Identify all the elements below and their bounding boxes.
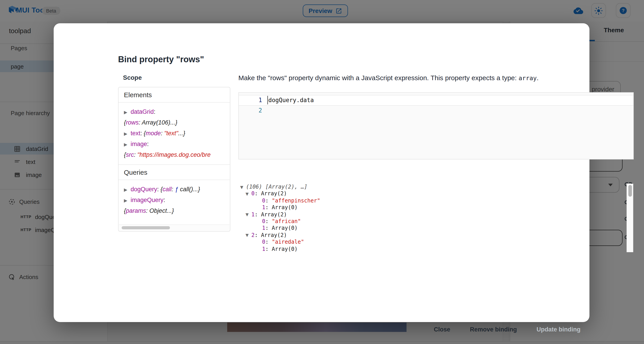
tree-row[interactable]: ▼0: Array(2) (240, 191, 626, 198)
expand-arrow-icon[interactable]: ▶ (124, 107, 130, 117)
tree-text-segment: Array(106)...} (142, 119, 177, 126)
tree-text-segment: : (164, 197, 165, 203)
tree-text-segment: : (172, 186, 175, 193)
tree-text-segment: src (126, 151, 134, 158)
tree-row[interactable]: 1: Array(0) (240, 225, 626, 232)
expand-arrow-icon[interactable]: ▶ (124, 139, 130, 150)
tree-text-segment: "affenpinscher" (272, 198, 320, 204)
tree-text-segment: dataGrid (130, 108, 154, 115)
tree-text-segment: { (144, 130, 146, 137)
description-period: . (537, 74, 538, 82)
editor-line-2[interactable]: 2 (239, 106, 633, 116)
tree-row[interactable]: 1: Array(0) (240, 204, 626, 211)
tree-text-segment: 1 (251, 211, 254, 218)
tree-text-segment: : Array(2) (254, 191, 287, 197)
scope-explorer: Elements ▶dataGrid:{rows: Array(106)...}… (118, 87, 230, 232)
expand-arrow-icon[interactable]: ▼ (246, 232, 251, 239)
scope-element-row[interactable]: ▶dataGrid: (124, 107, 230, 117)
update-binding-button[interactable]: Update binding (537, 326, 581, 333)
tree-text-segment: : Array(0) (265, 225, 298, 231)
tree-text-segment: params (126, 207, 146, 214)
remove-binding-button[interactable]: Remove binding (470, 326, 517, 333)
expand-arrow-icon[interactable]: ▼ (240, 184, 246, 191)
line-number: 1 (239, 95, 268, 105)
dialog-title: Bind property "rows" (118, 55, 204, 65)
screen: MUI Toolpad Beta Preview ? toolpad Pages (0, 0, 644, 344)
tree-text-segment: "https://images.dog.ceo/bre (137, 151, 211, 158)
tree-text-segment: ...} (178, 130, 185, 137)
tree-text-segment: dogQuery (130, 186, 157, 193)
tree-text-segment: 1 (262, 246, 265, 252)
tree-text-segment: { (124, 151, 126, 158)
tree-text-segment: (106) [Array(2), …] (246, 184, 308, 190)
evaluation-preview-tree: ▼(106) [Array(2), …]▼0: Array(2)0: "affe… (240, 184, 626, 252)
tree-text-segment: mode (146, 130, 161, 137)
tree-text-segment: : (161, 130, 164, 137)
tree-text-segment: : Array(0) (265, 204, 298, 211)
js-expression-editor[interactable]: 1 dogQuery.data 2 (238, 92, 634, 159)
expand-arrow-icon[interactable]: ▶ (124, 184, 130, 195)
scope-query-row[interactable]: ▶imageQuery: (124, 195, 230, 206)
tree-text-segment: : (139, 119, 142, 126)
tree-row[interactable]: 1: Array(0) (240, 246, 626, 252)
tree-text-segment: : Array(0) (265, 246, 298, 252)
elements-group-header: Elements (118, 87, 230, 103)
tree-row[interactable]: 0: "airedale" (240, 239, 626, 246)
elements-list: ▶dataGrid:{rows: Array(106)...}▶text: {m… (118, 103, 230, 164)
tree-text-segment: : (265, 239, 272, 245)
tree-text-segment: : (154, 108, 156, 115)
preview-scrollbar-thumb[interactable] (628, 185, 632, 197)
tree-text-segment: : (146, 207, 149, 214)
tree-text-segment: 1 (262, 204, 265, 211)
description-text: Make the "rows" property dynamic with a … (238, 74, 518, 82)
tree-text-segment: call()...} (180, 186, 200, 193)
tree-text-segment: : (265, 218, 272, 224)
tree-text-segment: "text" (164, 130, 178, 137)
tree-text-segment: "airedale" (272, 239, 304, 245)
tree-text-segment: ƒ (175, 186, 180, 193)
tree-row[interactable]: ▼(106) [Array(2), …] (240, 184, 626, 191)
scope-element-row[interactable]: {src: "https://images.dog.ceo/bre (124, 150, 230, 160)
tree-row[interactable]: 0: "affenpinscher" (240, 198, 626, 205)
dialog-description: Make the "rows" property dynamic with a … (238, 74, 578, 82)
scope-scrollbar-thumb[interactable] (122, 226, 170, 229)
tree-text-segment: 0 (262, 218, 265, 224)
tree-text-segment: 1 (262, 225, 265, 231)
expected-type-code: array (518, 74, 537, 82)
tree-text-segment: image (130, 141, 147, 147)
tree-text-segment: { (124, 119, 126, 126)
tree-text-segment: text (130, 130, 140, 137)
expand-arrow-icon[interactable]: ▼ (246, 211, 251, 218)
tree-row[interactable]: ▼1: Array(2) (240, 211, 626, 218)
scope-query-row[interactable]: {params: Object...} (124, 206, 230, 216)
dialog-actions: Close Remove binding Update binding (238, 326, 580, 333)
tree-text-segment: : Array(2) (254, 232, 287, 238)
tree-row[interactable]: ▼2: Array(2) (240, 232, 626, 239)
tree-row[interactable]: 0: "african" (240, 218, 626, 225)
preview-vertical-scrollbar[interactable] (626, 184, 633, 252)
tree-text-segment: 0 (251, 191, 254, 197)
tree-text-segment: : (265, 198, 272, 204)
queries-list: ▶dogQuery: {call: ƒ call()...}▶imageQuer… (118, 180, 230, 220)
scope-query-row[interactable]: ▶dogQuery: {call: ƒ call()...} (124, 184, 230, 195)
text-cursor (267, 96, 268, 104)
editor-code: dogQuery.data (268, 95, 314, 105)
editor-line-1[interactable]: 1 dogQuery.data (239, 95, 633, 106)
tree-text-segment: rows (126, 119, 139, 126)
scope-horizontal-scrollbar[interactable] (119, 224, 230, 231)
line-number: 2 (239, 106, 268, 116)
tree-text-segment: 0 (262, 198, 265, 204)
expand-arrow-icon[interactable]: ▶ (124, 128, 130, 139)
scope-element-row[interactable]: ▶image: (124, 139, 230, 150)
tree-text-segment: call (162, 186, 172, 193)
scope-label: Scope (123, 74, 142, 81)
queries-group-header: Queries (118, 164, 230, 180)
close-button[interactable]: Close (434, 326, 450, 333)
tree-text-segment: : (140, 130, 144, 137)
expand-arrow-icon[interactable]: ▶ (124, 195, 130, 206)
tree-text-segment: : (134, 151, 137, 158)
expand-arrow-icon[interactable]: ▼ (246, 191, 251, 198)
scope-element-row[interactable]: {rows: Array(106)...} (124, 117, 230, 128)
tree-text-segment: 2 (251, 232, 254, 238)
scope-element-row[interactable]: ▶text: {mode: "text"...} (124, 128, 230, 139)
